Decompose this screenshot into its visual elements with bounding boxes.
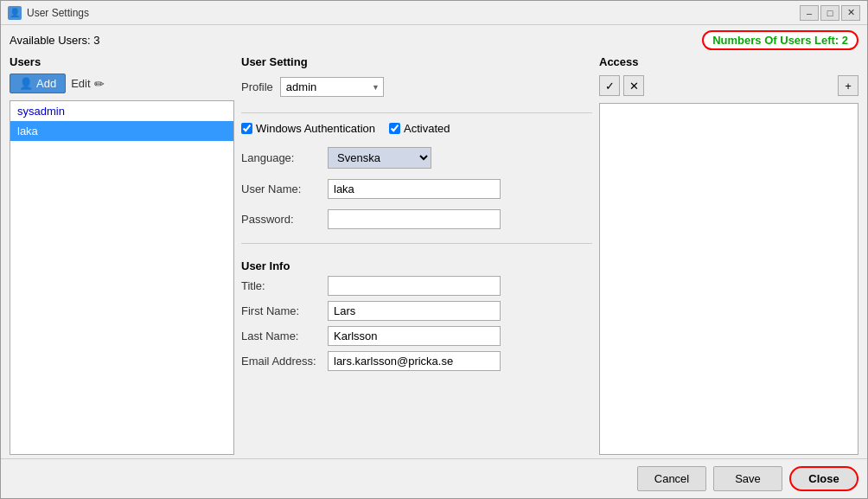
- title-input[interactable]: [328, 276, 501, 296]
- email-row: Email Address:: [241, 351, 592, 371]
- access-list: [599, 103, 858, 455]
- checkbox-row: Windows Authentication Activated: [241, 122, 592, 135]
- username-input[interactable]: [328, 179, 501, 199]
- email-input[interactable]: [328, 351, 501, 371]
- edit-pencil-icon: ✏: [94, 77, 105, 91]
- email-label: Email Address:: [241, 355, 328, 368]
- username-row: User Name:: [241, 179, 592, 199]
- activated-checkbox[interactable]: [389, 123, 400, 134]
- edit-user-button[interactable]: Edit ✏: [71, 77, 104, 91]
- profile-label: Profile: [241, 80, 273, 93]
- available-users-label: Available Users: 3: [10, 34, 100, 47]
- windows-auth-label[interactable]: Windows Authentication: [241, 122, 375, 135]
- lastname-label: Last Name:: [241, 329, 328, 342]
- user-info-header: User Info: [241, 259, 592, 272]
- add-user-label: Add: [36, 77, 56, 90]
- settings-panel: User Setting Profile admin user guest: [241, 55, 592, 455]
- profile-select[interactable]: admin user guest: [280, 77, 384, 97]
- add-user-button[interactable]: 👤 Add: [10, 74, 66, 93]
- users-toolbar: 👤 Add Edit ✏: [10, 74, 234, 93]
- titlebar-controls: – □ ✕: [800, 5, 860, 21]
- close-button[interactable]: Close: [789, 466, 858, 491]
- title-row: Title:: [241, 276, 592, 296]
- add-user-icon: 👤: [19, 77, 33, 90]
- minimize-button[interactable]: –: [800, 5, 819, 21]
- access-add-button[interactable]: +: [838, 75, 858, 96]
- edit-user-label: Edit: [71, 77, 90, 90]
- language-row: Language: Svenska English Deutsch: [241, 147, 592, 169]
- access-header: Access: [599, 55, 858, 68]
- lastname-row: Last Name:: [241, 326, 592, 346]
- main-content: Users 👤 Add Edit ✏ sysadmin laka User Se…: [1, 55, 867, 455]
- password-input[interactable]: [328, 209, 501, 229]
- user-setting-header: User Setting: [241, 55, 592, 68]
- save-button[interactable]: Save: [713, 466, 782, 491]
- profile-select-wrapper: admin user guest: [280, 77, 384, 97]
- firstname-input[interactable]: [328, 301, 501, 321]
- activated-label[interactable]: Activated: [389, 122, 450, 135]
- users-panel: Users 👤 Add Edit ✏ sysadmin laka: [10, 55, 234, 455]
- username-label: User Name:: [241, 182, 328, 195]
- access-x-button[interactable]: ✕: [623, 75, 644, 96]
- divider-1: [241, 112, 592, 113]
- users-panel-header: Users: [10, 55, 234, 68]
- windows-auth-checkbox[interactable]: [241, 123, 252, 134]
- user-icon: 👤: [8, 6, 22, 20]
- access-toolbar: ✓ ✕ +: [599, 75, 858, 96]
- firstname-row: First Name:: [241, 301, 592, 321]
- user-item-laka[interactable]: laka: [10, 121, 233, 141]
- access-check-button[interactable]: ✓: [599, 75, 620, 96]
- numbers-left-badge: Numbers Of Users Left: 2: [702, 30, 858, 50]
- titlebar: 👤 User Settings – □ ✕: [1, 1, 867, 25]
- available-users-bar: Available Users: 3 Numbers Of Users Left…: [1, 25, 867, 55]
- user-item-sysadmin[interactable]: sysadmin: [10, 101, 233, 121]
- password-row: Password:: [241, 209, 592, 229]
- window-title: User Settings: [27, 7, 89, 19]
- bottom-bar: Cancel Save Close: [1, 458, 867, 498]
- lastname-input[interactable]: [328, 326, 501, 346]
- access-panel: Access ✓ ✕ +: [599, 55, 858, 455]
- divider-2: [241, 243, 592, 244]
- window: 👤 User Settings – □ ✕ Available Users: 3…: [0, 0, 868, 499]
- firstname-label: First Name:: [241, 304, 328, 317]
- windows-auth-text: Windows Authentication: [256, 122, 375, 135]
- activated-text: Activated: [404, 122, 450, 135]
- cancel-button[interactable]: Cancel: [637, 466, 706, 491]
- user-list: sysadmin laka: [10, 100, 234, 455]
- user-info-section: User Info Title: First Name: Last Name:: [241, 259, 592, 376]
- window-close-button[interactable]: ✕: [841, 5, 860, 21]
- titlebar-left: 👤 User Settings: [8, 6, 89, 20]
- profile-row: Profile admin user guest: [241, 77, 592, 97]
- title-label: Title:: [241, 279, 328, 292]
- language-label: Language:: [241, 151, 328, 164]
- language-select[interactable]: Svenska English Deutsch: [328, 147, 431, 169]
- password-label: Password:: [241, 213, 328, 226]
- maximize-button[interactable]: □: [820, 5, 839, 21]
